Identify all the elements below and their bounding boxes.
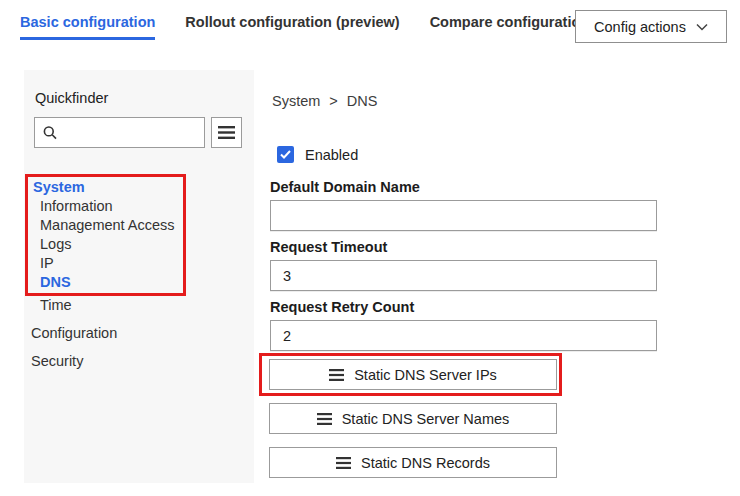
default-domain-name-input[interactable] <box>270 200 657 231</box>
list-icon <box>317 413 332 425</box>
request-retry-count-input[interactable] <box>270 320 657 351</box>
field-request-timeout: Request Timeout <box>270 239 657 291</box>
static-dns-records-button[interactable]: Static DNS Records <box>269 447 557 478</box>
static-dns-records-label: Static DNS Records <box>361 455 490 471</box>
static-dns-server-ips-button[interactable]: Static DNS Server IPs <box>269 359 557 390</box>
highlight-box-system-tree: System Information Management Access Log… <box>25 174 186 296</box>
checkmark-icon <box>280 150 291 159</box>
breadcrumb: System > DNS <box>272 93 377 109</box>
breadcrumb-item-dns[interactable]: DNS <box>347 93 378 109</box>
list-icon <box>329 369 344 381</box>
search-icon <box>42 125 58 141</box>
list-icon <box>336 457 351 469</box>
tab-basic-configuration[interactable]: Basic configuration <box>20 14 155 40</box>
chevron-down-icon <box>696 23 708 31</box>
search-box[interactable] <box>34 117 205 148</box>
request-retry-count-label: Request Retry Count <box>270 299 657 315</box>
default-domain-name-label: Default Domain Name <box>270 179 657 195</box>
breadcrumb-separator: > <box>329 93 337 109</box>
sidebar-item-configuration[interactable]: Configuration <box>31 325 117 341</box>
static-dns-server-names-label: Static DNS Server Names <box>342 411 510 427</box>
sidebar-item-ip[interactable]: IP <box>28 254 183 273</box>
sidebar-menu-button[interactable] <box>211 117 242 148</box>
static-dns-server-ips-label: Static DNS Server IPs <box>354 367 497 383</box>
sidebar-item-dns[interactable]: DNS <box>28 273 183 292</box>
field-default-domain-name: Default Domain Name <box>270 179 657 231</box>
enabled-checkbox-row: Enabled <box>277 146 358 163</box>
enabled-checkbox[interactable] <box>277 146 294 163</box>
quickfinder-search-row <box>34 117 242 148</box>
breadcrumb-item-system[interactable]: System <box>272 93 320 109</box>
quickfinder-title: Quickfinder <box>35 90 108 106</box>
request-timeout-input[interactable] <box>270 260 657 291</box>
config-actions-label: Config actions <box>594 19 686 35</box>
enabled-label: Enabled <box>305 147 358 163</box>
request-timeout-label: Request Timeout <box>270 239 657 255</box>
field-request-retry-count: Request Retry Count <box>270 299 657 351</box>
tab-compare-configurations[interactable]: Compare configurations <box>430 14 598 37</box>
sidebar-item-management-access[interactable]: Management Access <box>28 216 183 235</box>
sidebar-item-information[interactable]: Information <box>28 197 183 216</box>
static-dns-server-names-button[interactable]: Static DNS Server Names <box>269 403 557 434</box>
search-input[interactable] <box>63 125 197 141</box>
sidebar-item-system[interactable]: System <box>28 178 183 197</box>
sidebar: Quickfinder System Information Managemen… <box>24 70 254 483</box>
config-actions-button[interactable]: Config actions <box>575 10 727 43</box>
sidebar-item-security[interactable]: Security <box>31 353 83 369</box>
sidebar-item-time[interactable]: Time <box>40 297 72 313</box>
tab-bar: Basic configuration Rollout configuratio… <box>20 14 597 40</box>
sidebar-item-logs[interactable]: Logs <box>28 235 183 254</box>
hamburger-icon <box>218 126 235 139</box>
tab-rollout-configuration[interactable]: Rollout configuration (preview) <box>185 14 399 37</box>
